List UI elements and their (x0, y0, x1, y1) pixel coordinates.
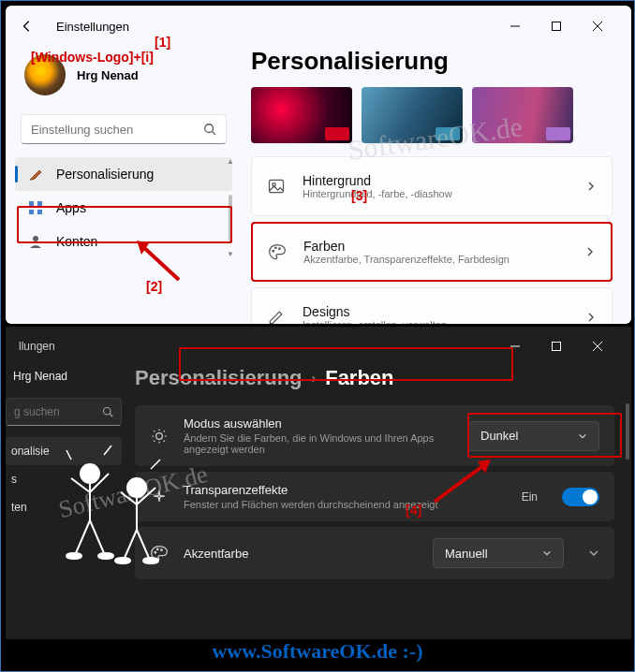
setting-transparenz: Transparenzeffekte Fenster und Flächen w… (135, 472, 614, 521)
sidebar-item-apps[interactable]: Apps (15, 191, 232, 225)
main-panel-dark: Personalisierung › Farben Modus auswähle… (122, 366, 631, 639)
setting-hintergrund[interactable]: Hintergrund Hintergrundbild, -farbe, -di… (251, 156, 613, 216)
svg-rect-5 (37, 210, 42, 214)
setting-sub: Installieren, erstellen, verwalten (303, 319, 447, 324)
user-name: Hrg Nenad (77, 68, 139, 82)
search-icon (102, 406, 113, 417)
sun-moon-icon (150, 427, 169, 446)
sidebar-item-personalisierung-dark[interactable]: onalisie (6, 437, 122, 465)
setting-akzent: Akzentfarbe Manuell (135, 527, 614, 579)
sidebar: Hrg Nenad Personalisierung Apps Konten (6, 47, 242, 324)
modus-dropdown[interactable]: Dunkel (468, 421, 599, 451)
setting-sub: Fenster und Flächen werden durchscheinen… (184, 499, 507, 510)
main-panel: Personalisierung Hintergrund Hintergrund… (242, 47, 631, 324)
setting-title: Designs (303, 304, 447, 319)
maximize-button[interactable] (536, 11, 577, 41)
svg-point-17 (161, 549, 163, 551)
transparenz-toggle[interactable] (562, 488, 599, 506)
setting-title: Farben (303, 239, 509, 254)
svg-point-10 (275, 247, 277, 249)
titlebar: Einstellungen (6, 6, 631, 47)
breadcrumb-current: Farben (325, 366, 393, 390)
chevron-right-icon (585, 312, 597, 323)
sidebar-item-konten-dark[interactable]: ten (6, 493, 122, 521)
chevron-down-icon (578, 431, 587, 441)
svg-rect-0 (553, 22, 561, 31)
settings-window-dark: llungen Hrg Nenad onalisie s ten Persona… (6, 327, 631, 639)
titlebar-dark: llungen (6, 327, 631, 366)
setting-title: Modus auswählen (184, 416, 453, 431)
sidebar-scrollbar[interactable]: ▲▼ (229, 157, 232, 258)
anno-1: [1] (155, 35, 170, 50)
chevron-right-icon (585, 181, 597, 192)
close-button[interactable] (577, 11, 618, 41)
maximize-button[interactable] (536, 331, 577, 361)
sparkle-icon (150, 488, 169, 506)
setting-sub: Ändern Sie die Farben, die in Windows un… (184, 432, 453, 455)
svg-rect-7 (270, 180, 284, 192)
search-input[interactable] (31, 123, 203, 137)
search-box[interactable] (21, 114, 227, 144)
sidebar-item-label: Personalisierung (56, 167, 154, 182)
chevron-down-icon (588, 548, 599, 559)
akzent-dropdown[interactable]: Manuell (433, 538, 564, 568)
dropdown-value: Manuell (445, 547, 488, 561)
chevron-down-icon (542, 548, 552, 558)
dropdown-value: Dunkel (480, 429, 518, 443)
svg-point-6 (33, 236, 38, 241)
svg-rect-4 (29, 210, 34, 214)
user-name-dark: Hrg Nenad (13, 370, 114, 383)
pen-icon (267, 308, 286, 324)
theme-tile[interactable] (362, 87, 463, 143)
window-title: Einstellungen (56, 20, 129, 34)
person-icon (28, 234, 43, 249)
svg-point-9 (273, 250, 274, 252)
setting-title: Hintergrund (303, 173, 452, 188)
window-title-dark: llungen (19, 340, 55, 353)
setting-sub: Akzentfarbe, Transparenzeffekte, Farbdes… (303, 254, 509, 265)
minimize-button[interactable] (495, 11, 536, 41)
svg-point-14 (156, 432, 163, 439)
setting-sub: Hintergrundbild, -farbe, -diashow (303, 188, 452, 199)
chevron-right-icon (584, 246, 596, 257)
theme-tile[interactable] (251, 87, 352, 143)
setting-title: Transparenzeffekte (184, 483, 507, 497)
anno-2: [2] (146, 279, 162, 294)
page-heading: Personalisierung (251, 47, 613, 76)
svg-rect-3 (37, 201, 42, 206)
sidebar-item-apps-dark[interactable]: s (6, 465, 122, 493)
search-box-dark[interactable] (6, 398, 122, 426)
svg-point-13 (104, 408, 111, 416)
svg-point-15 (155, 551, 156, 553)
svg-point-1 (205, 124, 214, 133)
sidebar-item-label: Konten (56, 234, 97, 249)
setting-title: Akzentfarbe (184, 547, 418, 561)
search-input-dark[interactable] (14, 405, 102, 418)
dark-scrollbar[interactable] (626, 403, 629, 460)
brush-icon (28, 167, 43, 182)
image-icon (267, 177, 286, 196)
breadcrumb-sep: › (312, 371, 317, 386)
anno-3: [3] (351, 188, 367, 203)
toggle-label: Ein (522, 490, 538, 504)
footer-url: www.SoftwareOK.de :-) (1, 639, 634, 664)
close-button[interactable] (577, 331, 618, 361)
sidebar-dark: Hrg Nenad onalisie s ten (6, 366, 122, 639)
palette-icon (268, 242, 287, 261)
theme-tile[interactable] (472, 87, 573, 143)
breadcrumb: Personalisierung › Farben (135, 366, 614, 390)
svg-rect-2 (29, 201, 34, 206)
search-icon (203, 123, 216, 136)
back-button[interactable] (19, 18, 36, 35)
palette-icon (150, 544, 169, 562)
svg-rect-12 (553, 343, 561, 351)
minimize-button[interactable] (495, 331, 536, 361)
setting-farben[interactable]: Farben Akzentfarbe, Transparenzeffekte, … (251, 222, 613, 282)
svg-point-16 (157, 548, 159, 550)
anno-4: [4] (406, 503, 421, 518)
sidebar-item-konten[interactable]: Konten (15, 225, 232, 258)
apps-icon (28, 200, 43, 215)
setting-designs[interactable]: Designs Installieren, erstellen, verwalt… (251, 287, 613, 324)
breadcrumb-parent[interactable]: Personalisierung (135, 366, 303, 390)
sidebar-item-personalisierung[interactable]: Personalisierung (15, 157, 232, 191)
